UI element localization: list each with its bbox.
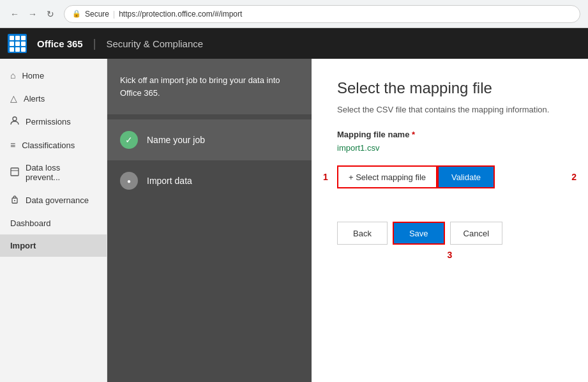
- checkmark-icon: ✓: [125, 135, 133, 145]
- sidebar-label-dashboard: Dashboard: [10, 218, 51, 228]
- sidebar-label-dlp: Data loss prevent...: [26, 163, 96, 182]
- cancel-button[interactable]: Cancel: [450, 222, 502, 245]
- sidebar-item-home[interactable]: ⌂ Home: [0, 64, 107, 87]
- wizard-step-import-data[interactable]: ● Import data: [107, 160, 312, 201]
- back-nav-button[interactable]: ←: [8, 7, 22, 21]
- bottom-actions: Back Save Cancel 3: [337, 222, 562, 245]
- browser-chrome: ← → ↻ 🔒 Secure | https://protection.offi…: [0, 0, 588, 28]
- svg-point-0: [13, 117, 17, 121]
- top-nav: Office 365 | Security & Compliance: [0, 28, 588, 59]
- sidebar-item-alerts[interactable]: △ Alerts: [0, 87, 107, 110]
- sidebar-item-governance[interactable]: Data governance: [0, 188, 107, 212]
- wizard-header: Kick off an import job to bring your dat…: [107, 59, 312, 114]
- app-divider: |: [93, 37, 96, 50]
- validate-button[interactable]: Validate: [437, 165, 495, 188]
- step-circle-pending: ●: [120, 172, 138, 190]
- app-subtitle: Security & Compliance: [106, 38, 203, 49]
- alerts-icon: △: [10, 93, 17, 103]
- sidebar-item-dlp[interactable]: Data loss prevent...: [0, 157, 107, 188]
- step-label-name-job: Name your job: [147, 135, 205, 145]
- select-mapping-button[interactable]: + Select mapping file: [337, 165, 437, 188]
- home-icon: ⌂: [10, 70, 15, 80]
- svg-point-4: [14, 200, 15, 201]
- wizard-step-name-job[interactable]: ✓ Name your job: [107, 119, 312, 160]
- wizard-header-text: Kick off an import job to bring your dat…: [120, 75, 280, 98]
- annotation-3: 3: [448, 250, 453, 260]
- sidebar-label-classifications: Classifications: [22, 141, 75, 150]
- secure-label: Secure: [85, 10, 109, 19]
- wizard-panel: Kick off an import job to bring your dat…: [107, 59, 312, 382]
- address-bar[interactable]: 🔒 Secure | https://protection.office.com…: [64, 5, 580, 23]
- waffle-grid-icon: [10, 36, 26, 52]
- sidebar-label-alerts: Alerts: [24, 94, 45, 103]
- back-button[interactable]: Back: [337, 222, 388, 245]
- action-row: 1 + Select mapping file Validate 2: [337, 165, 562, 188]
- content-area: Select the mapping file Select the CSV f…: [312, 59, 588, 382]
- annotation-1: 1: [323, 172, 328, 182]
- main-layout: ⌂ Home △ Alerts Permissions ≡ Classifica…: [0, 59, 588, 382]
- refresh-button[interactable]: ↻: [43, 7, 57, 21]
- dlp-icon: [10, 167, 19, 178]
- page-description: Select the CSV file that contains the ma…: [337, 105, 562, 114]
- sidebar-item-classifications[interactable]: ≡ Classifications: [0, 134, 107, 157]
- sidebar-label-governance: Data governance: [26, 195, 89, 205]
- forward-nav-button[interactable]: →: [26, 7, 40, 21]
- sidebar-label-permissions: Permissions: [26, 117, 71, 126]
- sidebar-item-permissions[interactable]: Permissions: [0, 110, 107, 134]
- svg-rect-1: [11, 168, 19, 176]
- page-title: Select the mapping file: [337, 79, 562, 97]
- governance-icon: [10, 195, 19, 206]
- sidebar-item-dashboard[interactable]: Dashboard: [0, 212, 107, 234]
- field-label-text: Mapping file name: [337, 130, 409, 139]
- secure-icon: 🔒: [72, 10, 81, 18]
- step-label-import-data: Import data: [147, 176, 192, 186]
- sidebar-item-import[interactable]: Import: [0, 234, 107, 257]
- sidebar-label-home: Home: [22, 71, 44, 80]
- url-text: https://protection.office.com/#/import: [119, 10, 242, 19]
- permissions-icon: [10, 116, 19, 127]
- nav-buttons: ← → ↻: [8, 7, 57, 21]
- sidebar-label-import: Import: [10, 241, 36, 250]
- app-name: Office 365: [37, 38, 83, 49]
- wizard-steps: ✓ Name your job ● Import data: [107, 114, 312, 206]
- field-value: import1.csv: [337, 143, 562, 153]
- waffle-button[interactable]: [8, 34, 27, 53]
- pending-dot: ●: [127, 178, 131, 185]
- classifications-icon: ≡: [10, 140, 15, 150]
- field-label: Mapping file name *: [337, 130, 562, 139]
- required-star: *: [412, 130, 415, 139]
- annotation-2: 2: [571, 172, 577, 182]
- sidebar: ⌂ Home △ Alerts Permissions ≡ Classifica…: [0, 59, 107, 382]
- save-button[interactable]: Save: [393, 222, 445, 245]
- step-circle-done: ✓: [120, 131, 138, 149]
